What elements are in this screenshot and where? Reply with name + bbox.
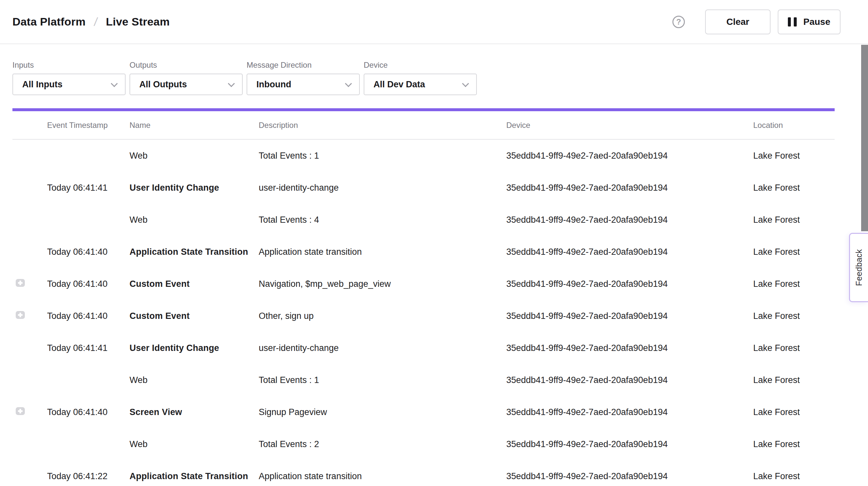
event-name-cell: User Identity Change xyxy=(129,183,259,193)
breadcrumb-separator: / xyxy=(93,15,98,29)
event-timestamp-cell: Today 06:41:41 xyxy=(47,343,129,353)
accent-divider xyxy=(12,108,835,111)
event-location-cell: Lake Forest xyxy=(753,471,835,481)
event-device-cell: 35eddb41-9ff9-49e2-7aed-20afa90eb194 xyxy=(506,375,753,385)
event-description-cell: Application state transition xyxy=(259,247,506,257)
chevron-down-icon xyxy=(462,80,469,87)
expand-cell xyxy=(12,247,47,257)
event-name-cell: Web xyxy=(129,375,259,385)
scrollbar-thumb[interactable] xyxy=(861,45,868,231)
events-table: Event Timestamp Name Description Device … xyxy=(0,111,868,486)
event-name-cell: Web xyxy=(129,215,259,225)
filter-message-direction: Message Direction Inbound xyxy=(247,61,360,95)
table-row: Web Total Events : 4 35eddb41-9ff9-49e2-… xyxy=(12,204,835,236)
column-header-name: Name xyxy=(129,121,259,130)
event-device-cell: 35eddb41-9ff9-49e2-7aed-20afa90eb194 xyxy=(506,439,753,449)
table-row: Today 06:41:40 Custom Event Other, sign … xyxy=(12,300,835,332)
event-name-cell: Custom Event xyxy=(129,311,259,321)
event-name-cell: Web xyxy=(129,439,259,449)
expand-cell xyxy=(12,311,47,321)
chevron-down-icon xyxy=(228,80,235,87)
event-location-cell: Lake Forest xyxy=(753,439,835,449)
expand-cell xyxy=(12,375,47,385)
filter-message-direction-label: Message Direction xyxy=(247,61,360,70)
filter-inputs: Inputs All Inputs xyxy=(12,61,126,95)
event-description-cell: Total Events : 1 xyxy=(259,375,506,385)
event-name-cell: Application State Transition xyxy=(129,247,259,257)
event-timestamp-cell: Today 06:41:40 xyxy=(47,247,129,257)
chevron-down-icon xyxy=(345,80,352,87)
breadcrumb: Data Platform / Live Stream xyxy=(12,15,673,29)
expand-plus-icon[interactable] xyxy=(16,407,25,415)
filter-device: Device All Dev Data xyxy=(364,61,477,95)
event-timestamp-cell: Today 06:41:41 xyxy=(47,183,129,193)
event-location-cell: Lake Forest xyxy=(753,311,835,321)
column-header-event-timestamp: Event Timestamp xyxy=(47,121,129,130)
expand-plus-icon[interactable] xyxy=(16,279,25,287)
expand-plus-icon[interactable] xyxy=(16,311,25,319)
event-device-cell: 35eddb41-9ff9-49e2-7aed-20afa90eb194 xyxy=(506,407,753,417)
event-device-cell: 35eddb41-9ff9-49e2-7aed-20afa90eb194 xyxy=(506,151,753,161)
event-device-cell: 35eddb41-9ff9-49e2-7aed-20afa90eb194 xyxy=(506,343,753,353)
outputs-dropdown-value: All Outputs xyxy=(139,80,187,90)
table-row: Web Total Events : 1 35eddb41-9ff9-49e2-… xyxy=(12,364,835,396)
device-dropdown-value: All Dev Data xyxy=(373,80,425,90)
event-timestamp-cell: Today 06:41:22 xyxy=(47,471,129,481)
event-location-cell: Lake Forest xyxy=(753,215,835,225)
event-description-cell: Other, sign up xyxy=(259,311,506,321)
column-header-device: Device xyxy=(506,121,753,130)
event-location-cell: Lake Forest xyxy=(753,407,835,417)
help-icon[interactable]: ? xyxy=(673,16,685,28)
event-device-cell: 35eddb41-9ff9-49e2-7aed-20afa90eb194 xyxy=(506,279,753,289)
table-row: Web Total Events : 2 35eddb41-9ff9-49e2-… xyxy=(12,428,835,460)
outputs-dropdown[interactable]: All Outputs xyxy=(129,73,243,95)
filter-device-label: Device xyxy=(364,61,477,70)
expand-cell xyxy=(12,439,47,449)
feedback-tab-label: Feedback xyxy=(854,249,864,286)
filter-outputs: Outputs All Outputs xyxy=(129,61,243,95)
event-name-cell: Custom Event xyxy=(129,279,259,289)
table-row: Today 06:41:41 User Identity Change user… xyxy=(12,172,835,204)
table-row: Web Total Events : 1 35eddb41-9ff9-49e2-… xyxy=(12,140,835,172)
expand-cell xyxy=(12,215,47,225)
event-location-cell: Lake Forest xyxy=(753,183,835,193)
column-header-location: Location xyxy=(753,121,835,130)
inputs-dropdown[interactable]: All Inputs xyxy=(12,73,126,95)
event-description-cell: Navigation, $mp_web_page_view xyxy=(259,279,506,289)
event-description-cell: Signup Pageview xyxy=(259,407,506,417)
page-header: Data Platform / Live Stream ? Clear Paus… xyxy=(0,0,868,44)
device-dropdown[interactable]: All Dev Data xyxy=(364,73,477,95)
table-row: Today 06:41:40 Custom Event Navigation, … xyxy=(12,268,835,300)
header-actions: ? Clear Pause xyxy=(673,9,840,34)
clear-button[interactable]: Clear xyxy=(705,9,771,34)
table-row: Today 06:41:40 Application State Transit… xyxy=(12,236,835,268)
pause-button[interactable]: Pause xyxy=(778,9,840,34)
message-direction-dropdown-value: Inbound xyxy=(256,80,291,90)
expand-cell xyxy=(12,471,47,481)
event-location-cell: Lake Forest xyxy=(753,247,835,257)
event-timestamp-cell: Today 06:41:40 xyxy=(47,279,129,289)
breadcrumb-item-data-platform[interactable]: Data Platform xyxy=(12,16,86,28)
pause-icon xyxy=(788,17,797,27)
filter-bar: Inputs All Inputs Outputs All Outputs Me… xyxy=(0,44,868,95)
inputs-dropdown-value: All Inputs xyxy=(22,80,62,90)
event-device-cell: 35eddb41-9ff9-49e2-7aed-20afa90eb194 xyxy=(506,247,753,257)
event-description-cell: user-identity-change xyxy=(259,343,506,353)
event-name-cell: Application State Transition xyxy=(129,471,259,481)
table-row: Today 06:41:22 Application State Transit… xyxy=(12,460,835,486)
table-row: Today 06:41:41 User Identity Change user… xyxy=(12,332,835,364)
pause-button-label: Pause xyxy=(803,17,830,27)
expand-cell xyxy=(12,151,47,161)
event-description-cell: Application state transition xyxy=(259,471,506,481)
event-device-cell: 35eddb41-9ff9-49e2-7aed-20afa90eb194 xyxy=(506,215,753,225)
event-device-cell: 35eddb41-9ff9-49e2-7aed-20afa90eb194 xyxy=(506,311,753,321)
event-name-cell: User Identity Change xyxy=(129,343,259,353)
table-body: Web Total Events : 1 35eddb41-9ff9-49e2-… xyxy=(0,140,868,486)
event-device-cell: 35eddb41-9ff9-49e2-7aed-20afa90eb194 xyxy=(506,471,753,481)
event-description-cell: user-identity-change xyxy=(259,183,506,193)
message-direction-dropdown[interactable]: Inbound xyxy=(247,73,360,95)
event-timestamp-cell: Today 06:41:40 xyxy=(47,407,129,417)
chevron-down-icon xyxy=(111,80,118,87)
live-stream-page: Data Platform / Live Stream ? Clear Paus… xyxy=(0,0,868,486)
feedback-tab[interactable]: Feedback xyxy=(849,233,868,302)
